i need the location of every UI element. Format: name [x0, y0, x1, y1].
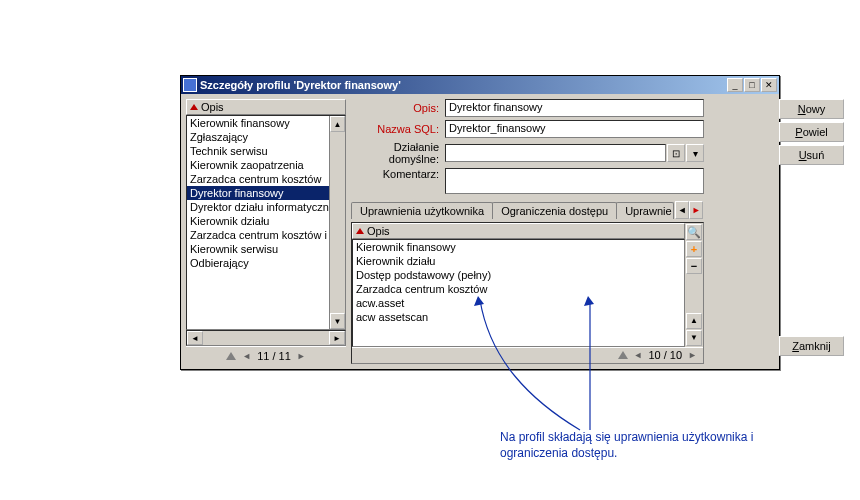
profile-list-item[interactable]: Kierownik działu: [187, 214, 329, 228]
maximize-button[interactable]: □: [744, 78, 760, 92]
tab-strip: Uprawnienia użytkownika Ograniczenia dos…: [351, 201, 704, 219]
remove-button[interactable]: −: [686, 258, 702, 274]
action-buttons: Nowy Powiel Usuń Zamknij: [779, 99, 844, 356]
column-header-label: Opis: [201, 101, 224, 113]
search-button[interactable]: 🔍: [686, 224, 702, 240]
profile-list-header[interactable]: Opis: [186, 99, 346, 115]
nav-first-button[interactable]: [618, 351, 628, 359]
tab-scroll-right-button[interactable]: ►: [689, 201, 703, 219]
form-fields: Opis: Dyrektor finansowy Nazwa SQL: Dyre…: [351, 99, 704, 194]
window-title: Szczegóły profilu 'Dyrektor finansowy': [200, 79, 726, 91]
permission-list-item[interactable]: Kierownik działu: [353, 254, 684, 268]
opis-label: Opis:: [351, 102, 441, 114]
list-toolbar: 🔍 + − ▲ ▼: [685, 223, 703, 347]
profile-list-item[interactable]: Dyrektor działu informatyczne: [187, 200, 329, 214]
permission-list-item[interactable]: Kierownik finansowy: [353, 240, 684, 254]
record-counter: 11 / 11: [257, 350, 291, 362]
scroll-up-button[interactable]: ▲: [686, 313, 702, 329]
close-button[interactable]: Zamknij: [779, 336, 844, 356]
permission-list-item[interactable]: Zarzadca centrum kosztów: [353, 282, 684, 296]
app-icon: [183, 78, 197, 92]
profile-list-panel: Opis Kierownik finansowyZgłaszającyTechn…: [186, 99, 346, 364]
permission-list-item[interactable]: acw.asset: [353, 296, 684, 310]
minimize-button[interactable]: _: [727, 78, 743, 92]
comment-textarea[interactable]: [445, 168, 704, 194]
nav-prev-button[interactable]: ◄: [242, 351, 251, 361]
scroll-left-button[interactable]: ◄: [187, 331, 203, 345]
nav-prev-button[interactable]: ◄: [634, 350, 643, 360]
perm-column-label: Opis: [367, 225, 390, 237]
perm-statusbar: ◄ 10 / 10 ►: [352, 347, 703, 363]
new-button[interactable]: Nowy: [779, 99, 844, 119]
profile-details-window: Szczegóły profilu 'Dyrektor finansowy' _…: [180, 75, 780, 370]
scroll-up-button[interactable]: ▲: [330, 116, 345, 132]
profile-list-item[interactable]: Kierownik zaopatrzenia: [187, 158, 329, 172]
nav-first-button[interactable]: [226, 352, 236, 360]
sql-label: Nazwa SQL:: [351, 123, 441, 135]
left-statusbar: ◄ 11 / 11 ►: [186, 346, 346, 364]
profile-list-item[interactable]: Kierownik serwisu: [187, 242, 329, 256]
nav-next-button[interactable]: ►: [297, 351, 306, 361]
profile-list-item[interactable]: Zarzadca centrum kosztów i c: [187, 228, 329, 242]
profile-list-item[interactable]: Kierownik finansowy: [187, 116, 329, 130]
profile-list-item[interactable]: Zarzadca centrum kosztów: [187, 172, 329, 186]
scroll-right-button[interactable]: ►: [329, 331, 345, 345]
permission-list-item[interactable]: Dostęp podstawowy (pełny): [353, 268, 684, 282]
scroll-down-button[interactable]: ▼: [686, 330, 702, 346]
tab-permissions[interactable]: Uprawnie: [616, 202, 674, 219]
perm-record-counter: 10 / 10: [648, 349, 682, 361]
vertical-scrollbar[interactable]: ▲ ▼: [329, 116, 345, 329]
tab-access-restrictions[interactable]: Ograniczenia dostępu: [492, 202, 617, 219]
comment-label: Komentarz:: [351, 168, 441, 180]
close-window-button[interactable]: ✕: [761, 78, 777, 92]
tab-scroll-left-button[interactable]: ◄: [675, 201, 689, 219]
profile-listbox[interactable]: Kierownik finansowyZgłaszającyTechnik se…: [186, 115, 346, 330]
sort-indicator-icon: [356, 228, 364, 234]
nav-next-button[interactable]: ►: [688, 350, 697, 360]
sql-input[interactable]: Dyrektor_finansowy: [445, 120, 704, 138]
sort-indicator-icon: [190, 104, 198, 110]
permissions-listbox[interactable]: Kierownik finansowyKierownik działuDostę…: [352, 239, 685, 347]
tab-user-permissions[interactable]: Uprawnienia użytkownika: [351, 202, 493, 219]
perm-list-header[interactable]: Opis: [352, 223, 685, 239]
default-action-input[interactable]: [445, 144, 666, 162]
lookup-button[interactable]: ⊡: [667, 144, 685, 162]
delete-button[interactable]: Usuń: [779, 145, 844, 165]
default-action-label: Działanie domyślne:: [351, 141, 441, 165]
horizontal-scrollbar[interactable]: ◄ ►: [186, 330, 346, 346]
dropdown-button[interactable]: ▾: [686, 144, 704, 162]
annotation-text: Na profil składają się uprawnienia użytk…: [500, 430, 790, 461]
opis-input[interactable]: Dyrektor finansowy: [445, 99, 704, 117]
permission-list-item[interactable]: acw assetscan: [353, 310, 684, 324]
details-panel: Nowy Powiel Usuń Zamknij Opis: Dyrektor …: [351, 99, 774, 364]
profile-list-item[interactable]: Odbierający: [187, 256, 329, 270]
tab-content: Opis Kierownik finansowyKierownik działu…: [351, 222, 704, 364]
scroll-down-button[interactable]: ▼: [330, 313, 345, 329]
titlebar: Szczegóły profilu 'Dyrektor finansowy' _…: [181, 76, 779, 94]
add-button[interactable]: +: [686, 241, 702, 257]
profile-list-item[interactable]: Zgłaszający: [187, 130, 329, 144]
profile-list-item[interactable]: Dyrektor finansowy: [187, 186, 329, 200]
profile-list-item[interactable]: Technik serwisu: [187, 144, 329, 158]
duplicate-button[interactable]: Powiel: [779, 122, 844, 142]
